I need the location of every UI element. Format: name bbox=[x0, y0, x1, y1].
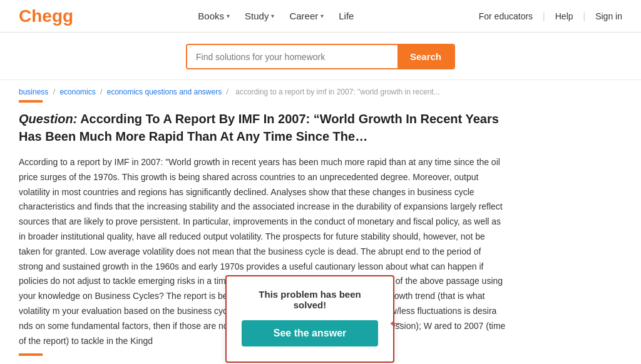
question-label: Question: bbox=[19, 112, 77, 126]
question-title-text: According To A Report By IMF In 2007: “W… bbox=[19, 112, 499, 143]
solved-text: This problem has been solved! bbox=[242, 289, 378, 310]
main-content: Question: According To A Report By IMF I… bbox=[0, 100, 526, 364]
nav-career[interactable]: Career ▾ bbox=[289, 11, 324, 21]
sign-in-link[interactable]: Sign in bbox=[595, 11, 622, 21]
study-arrow-icon: ▾ bbox=[271, 13, 274, 19]
header-right-links: For educators | Help | Sign in bbox=[479, 11, 622, 21]
breadcrumb-eqa[interactable]: economics questions and answers bbox=[107, 88, 222, 96]
header: Chegg Books ▾ Study ▾ Career ▾ Life For … bbox=[0, 0, 641, 33]
nav-life[interactable]: Life bbox=[339, 11, 354, 21]
breadcrumb-sep-3: / bbox=[227, 88, 231, 96]
breadcrumb-sep-2: / bbox=[100, 88, 105, 96]
bottom-orange-line bbox=[19, 353, 43, 356]
breadcrumb-sep-1: / bbox=[53, 88, 58, 96]
help-link[interactable]: Help bbox=[555, 11, 573, 21]
divider-2: | bbox=[583, 11, 586, 21]
search-button[interactable]: Search bbox=[397, 45, 454, 68]
search-section: Search bbox=[0, 33, 641, 80]
arrow-indicator-icon: ← bbox=[387, 313, 404, 333]
breadcrumb-economics[interactable]: economics bbox=[59, 88, 95, 96]
career-arrow-icon: ▾ bbox=[320, 13, 324, 19]
for-educators-link[interactable]: For educators bbox=[479, 11, 533, 21]
question-title: Question: According To A Report By IMF I… bbox=[19, 110, 507, 145]
nav-life-label: Life bbox=[339, 11, 354, 21]
nav-books[interactable]: Books ▾ bbox=[198, 11, 230, 21]
nav-study[interactable]: Study ▾ bbox=[245, 11, 274, 21]
nav-books-label: Books bbox=[198, 11, 224, 21]
see-answer-button[interactable]: See the answer bbox=[242, 320, 378, 346]
divider-1: | bbox=[543, 11, 545, 21]
breadcrumb-business[interactable]: business bbox=[19, 88, 48, 96]
books-arrow-icon: ▾ bbox=[227, 13, 230, 19]
chegg-logo: Chegg bbox=[19, 6, 73, 26]
solved-modal: This problem has been solved! See the an… bbox=[225, 275, 394, 363]
orange-accent-line bbox=[19, 100, 43, 103]
nav-study-label: Study bbox=[245, 11, 269, 21]
breadcrumb-current: according to a report by imf in 2007: "w… bbox=[235, 88, 439, 96]
search-container: Search bbox=[186, 44, 455, 69]
nav-career-label: Career bbox=[289, 11, 318, 21]
breadcrumb: business / economics / economics questio… bbox=[0, 80, 641, 100]
search-input[interactable] bbox=[187, 45, 397, 68]
main-nav: Books ▾ Study ▾ Career ▾ Life bbox=[198, 11, 354, 21]
